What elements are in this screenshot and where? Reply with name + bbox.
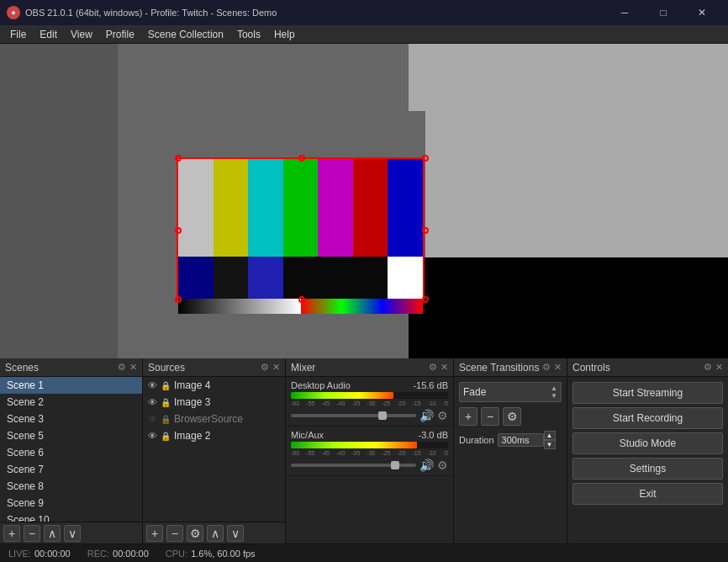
status-rec-value: 00:00:00 <box>113 549 149 559</box>
status-cpu: CPU: 1.6%, 60.00 fps <box>166 549 256 559</box>
scene-item-6[interactable]: Scene 6 <box>0 444 142 461</box>
mixer-controls-desktop: 🔊 ⚙ <box>291 409 448 422</box>
scene-item-8[interactable]: Scene 8 <box>0 478 142 495</box>
mixer-close-icon[interactable]: ✕ <box>440 362 448 373</box>
handle-br[interactable] <box>422 296 429 303</box>
scenes-list: Scene 1 Scene 2 Scene 3 Scene 5 Scene 6 … <box>0 377 142 522</box>
scenes-close-icon[interactable]: ✕ <box>129 362 137 373</box>
sources-add-button[interactable]: + <box>146 525 163 542</box>
transition-add-button[interactable]: + <box>459 407 477 426</box>
handle-ml[interactable] <box>175 227 182 234</box>
duration-up-button[interactable]: ▲ <box>544 431 556 440</box>
transitions-panel-header: Scene Transitions ⚙ ✕ <box>454 358 567 377</box>
transitions-close-icon[interactable]: ✕ <box>554 362 562 373</box>
scenes-panel: Scenes ⚙ ✕ Scene 1 Scene 2 Scene 3 Scene… <box>0 358 143 543</box>
controls-close-icon[interactable]: ✕ <box>715 362 723 373</box>
scenes-up-button[interactable]: ∧ <box>44 525 61 542</box>
sources-up-button[interactable]: ∧ <box>207 525 224 542</box>
handle-tr[interactable] <box>422 155 429 162</box>
menu-scene-collection[interactable]: Scene Collection <box>141 27 230 42</box>
studio-mode-button[interactable]: Studio Mode <box>572 432 723 454</box>
source-eye-icon[interactable]: 👁 <box>148 380 157 390</box>
mixer-settings-desktop[interactable]: ⚙ <box>437 409 448 422</box>
mixer-thumb-mic[interactable] <box>391 461 399 469</box>
source-item-image3[interactable]: 👁 🔒 Image 3 <box>143 394 285 411</box>
scenes-panel-icons: ⚙ ✕ <box>118 362 137 373</box>
source-item-image2[interactable]: 👁 🔒 Image 2 <box>143 427 285 444</box>
source-eye-icon[interactable]: 👁 <box>148 414 157 424</box>
menu-profile[interactable]: Profile <box>99 27 141 42</box>
scene-item-2[interactable]: Scene 2 <box>0 394 142 411</box>
transition-remove-button[interactable]: − <box>481 407 499 426</box>
scene-item-5[interactable]: Scene 5 <box>0 427 142 444</box>
menu-edit[interactable]: Edit <box>33 27 64 42</box>
scenes-remove-button[interactable]: − <box>24 525 40 542</box>
mixer-track-db-desktop: -15.6 dB <box>413 380 448 390</box>
mixer-mute-mic[interactable]: 🔊 <box>419 459 434 472</box>
controls-config-icon[interactable]: ⚙ <box>704 362 712 373</box>
mixer-thumb-desktop[interactable] <box>378 411 387 420</box>
app-icon: ● <box>7 6 20 19</box>
scene-item-9[interactable]: Scene 9 <box>0 495 142 512</box>
transition-up-arrow[interactable]: ▲ <box>551 384 557 392</box>
transition-settings-button[interactable]: ⚙ <box>503 407 521 426</box>
transition-type-select[interactable]: Fade ▲ ▼ <box>459 382 562 402</box>
handle-mr[interactable] <box>422 227 429 234</box>
sources-down-button[interactable]: ∨ <box>227 525 244 542</box>
source-eye-icon[interactable]: 👁 <box>148 431 157 441</box>
maximize-button[interactable]: □ <box>644 0 683 25</box>
handle-tl[interactable] <box>175 155 182 162</box>
start-streaming-button[interactable]: Start Streaming <box>572 382 723 404</box>
mixer-fader-desktop[interactable] <box>291 414 416 417</box>
source-item-image4[interactable]: 👁 🔒 Image 4 <box>143 377 285 394</box>
mixer-settings-mic[interactable]: ⚙ <box>437 459 448 472</box>
preview-bg-tr <box>409 44 728 111</box>
mixer-track-name-desktop: Desktop Audio <box>291 380 351 390</box>
settings-button[interactable]: Settings <box>572 458 723 480</box>
duration-input[interactable] <box>498 433 544 447</box>
scenes-down-button[interactable]: ∨ <box>64 525 81 542</box>
mixer-mute-desktop[interactable]: 🔊 <box>419 409 434 422</box>
transition-buttons: + − ⚙ <box>459 407 562 426</box>
sources-panel-header: Sources ⚙ ✕ <box>143 358 285 377</box>
transitions-config-icon[interactable]: ⚙ <box>542 362 551 373</box>
source-item-browser[interactable]: 👁 🔒 BrowserSource <box>143 411 285 427</box>
sources-config-button[interactable]: ⚙ <box>187 525 203 542</box>
sources-remove-button[interactable]: − <box>166 525 183 542</box>
menu-file[interactable]: File <box>3 27 33 42</box>
mixer-meter-desktop <box>291 392 448 399</box>
sources-close-icon[interactable]: ✕ <box>272 362 280 373</box>
duration-down-button[interactable]: ▼ <box>544 440 556 449</box>
start-recording-button[interactable]: Start Recording <box>572 407 723 429</box>
scenes-add-button[interactable]: + <box>3 525 20 542</box>
sources-config-icon[interactable]: ⚙ <box>261 362 269 373</box>
status-live-value: 00:00:00 <box>34 549 71 559</box>
source-lock-icon: 🔒 <box>161 415 171 424</box>
scene-item-7[interactable]: Scene 7 <box>0 461 142 478</box>
mixer-config-icon[interactable]: ⚙ <box>429 362 437 373</box>
mixer-panel-icons: ⚙ ✕ <box>429 362 448 373</box>
sources-panel: Sources ⚙ ✕ 👁 🔒 Image 4 👁 🔒 Image 3 <box>143 358 286 543</box>
minimize-button[interactable]: ─ <box>605 0 644 25</box>
scenes-config-icon[interactable]: ⚙ <box>118 362 126 373</box>
handle-bm[interactable] <box>298 296 305 303</box>
transition-down-arrow[interactable]: ▼ <box>551 392 557 400</box>
mixer-fader-mic[interactable] <box>291 464 416 467</box>
status-live: LIVE: 00:00:00 <box>8 549 71 559</box>
handle-tm[interactable] <box>298 155 305 162</box>
close-button[interactable]: ✕ <box>683 0 721 25</box>
scene-item-10[interactable]: Scene 10 <box>0 512 142 522</box>
menu-view[interactable]: View <box>64 27 99 42</box>
handle-bl[interactable] <box>175 296 182 303</box>
menu-help[interactable]: Help <box>267 27 302 42</box>
controls-panel-header: Controls ⚙ ✕ <box>567 358 728 377</box>
scene-item-3[interactable]: Scene 3 <box>0 411 142 427</box>
mixer-track-desktop: Desktop Audio -15.6 dB -60-55-45-40-35-3… <box>286 377 453 427</box>
exit-button[interactable]: Exit <box>572 483 723 505</box>
scene-item-1[interactable]: Scene 1 <box>0 377 142 394</box>
transition-type-label: Fade <box>463 386 551 398</box>
source-eye-icon[interactable]: 👁 <box>148 397 157 407</box>
menu-tools[interactable]: Tools <box>230 27 267 42</box>
status-rec: REC: 00:00:00 <box>87 549 149 559</box>
statusbar: LIVE: 00:00:00 REC: 00:00:00 CPU: 1.6%, … <box>0 543 728 562</box>
